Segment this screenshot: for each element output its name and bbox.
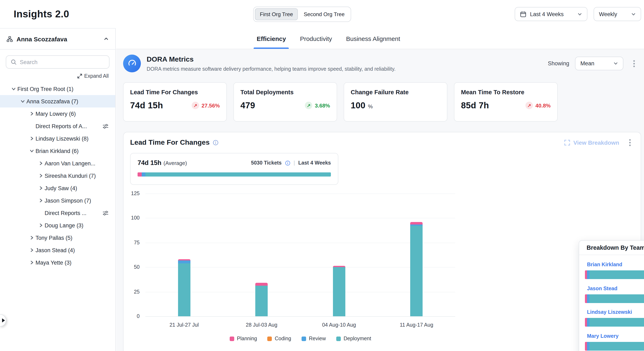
y-axis-tick-label: 75: [134, 240, 140, 246]
chevron-down-icon[interactable]: [28, 149, 36, 153]
chevron-right-icon[interactable]: [37, 223, 44, 227]
bar-segment-review: [178, 260, 190, 263]
filter-icon[interactable]: [102, 123, 109, 129]
phase-segment-planning: [585, 294, 587, 303]
expand-corners-icon: [564, 140, 570, 146]
tree-item-label: Lindsay Liszewski (8): [36, 135, 88, 142]
lead-time-title: Lead Time For Changes: [130, 139, 219, 147]
dora-subtitle: DORA metrics measure software delivery p…: [147, 66, 396, 72]
legend-label: Coding: [275, 336, 291, 341]
metric-title: Lead Time For Changes: [130, 89, 220, 96]
phase-distribution-bar: [138, 172, 331, 177]
lead-time-title-text: Lead Time For Changes: [130, 139, 210, 147]
chevron-down-icon: [614, 61, 618, 66]
main-tabs: EfficiencyProductivityBusiness Alignment: [116, 28, 644, 49]
org-tree-option-first-org-tree[interactable]: First Org Tree: [255, 8, 298, 20]
tab-business-alignment[interactable]: Business Alignment: [346, 28, 401, 49]
dora-text: DORA Metrics DORA metrics measure softwa…: [147, 55, 396, 72]
team-link[interactable]: Mary Lowery: [587, 333, 618, 339]
metric-delta-value: 40.8%: [535, 102, 551, 109]
granularity-select[interactable]: Weekly: [594, 7, 641, 21]
tree-item-maya-yette-3[interactable]: Maya Yette (3): [0, 256, 115, 269]
chevron-right-icon[interactable]: [28, 236, 36, 240]
phase-segment-review: [142, 172, 146, 177]
tree-item-jason-stead-4[interactable]: Jason Stead (4): [0, 244, 115, 256]
chevron-right-icon[interactable]: [28, 112, 36, 116]
chevron-right-icon[interactable]: [37, 186, 44, 190]
phase-segment-deployment: [589, 270, 644, 279]
lead-time-menu-kebab-icon[interactable]: [626, 139, 634, 146]
trend-up-arrow-icon: ↗: [192, 102, 199, 109]
team-phase-bar: 74d 15h: [585, 270, 644, 279]
team-link[interactable]: Brian Kirkland: [587, 262, 622, 267]
legend-label: Deployment: [344, 336, 371, 341]
tree-item-direct-reports[interactable]: Direct Reports ...: [0, 207, 115, 219]
search-input[interactable]: [20, 59, 104, 65]
tree-item-direct-reports-of-a[interactable]: Direct Reports of A...: [0, 120, 115, 132]
team-link[interactable]: Lindsay Liszewski: [587, 309, 632, 315]
chevron-right-icon[interactable]: [28, 248, 36, 252]
dora-menu-kebab-icon[interactable]: [630, 60, 638, 67]
org-chart-icon: [6, 36, 13, 42]
metric-delta: ↗3.68%: [305, 102, 330, 109]
metric-delta-value: 3.68%: [315, 102, 330, 109]
metric-card-mean-time-to-restore: Mean Time To Restore85d 7h↗40.8%: [454, 82, 558, 122]
tree-item-mary-lowery-6[interactable]: Mary Lowery (6): [0, 108, 115, 120]
tree-item-tony-pallas-5[interactable]: Tony Pallas (5): [0, 231, 115, 244]
info-icon[interactable]: [285, 160, 290, 166]
legend-swatch: [267, 336, 272, 341]
legend-swatch: [230, 336, 234, 341]
filter-icon[interactable]: [102, 210, 109, 216]
tree-item-judy-saw-4[interactable]: Judy Saw (4): [0, 182, 115, 194]
tree-item-aaron-van-langen[interactable]: Aaron Van Langen...: [0, 157, 115, 170]
phase-segment-planning: [138, 172, 142, 177]
chevron-right-icon[interactable]: [37, 198, 44, 203]
legend-item-coding: Coding: [267, 336, 291, 341]
chevron-right-icon[interactable]: [28, 136, 36, 141]
info-icon[interactable]: [213, 140, 219, 146]
bar-segment-deployment: [256, 286, 268, 316]
summary-meta: 5030 Tickets | Last 4 Weeks: [251, 160, 331, 166]
chevron-right-icon[interactable]: [37, 161, 44, 165]
tree-item-anna-scozzafava-7[interactable]: Anna Scozzafava (7): [0, 95, 115, 108]
chevron-down-icon[interactable]: [19, 99, 26, 103]
app-header: Insights 2.0 First Org TreeSecond Org Tr…: [0, 0, 644, 28]
tree-item-sireesha-kunduri-7[interactable]: Sireesha Kunduri (7): [0, 170, 115, 182]
sidebar-collapse-chevron[interactable]: [104, 36, 109, 41]
chevron-right-icon[interactable]: [37, 174, 44, 178]
bar-segment-deployment: [410, 226, 423, 316]
tree-item-jason-simpson-7[interactable]: Jason Simpson (7): [0, 194, 115, 207]
tree-item-label: Direct Reports of A...: [36, 123, 87, 129]
granularity-value: Weekly: [599, 11, 617, 17]
y-axis-tick-label: 0: [137, 313, 140, 319]
legend-item-planning: Planning: [230, 336, 257, 341]
phase-segment-planning: [585, 270, 587, 279]
bar-11-aug-17-aug[interactable]: [410, 222, 423, 316]
bar-04-aug-10-aug[interactable]: [333, 266, 345, 316]
date-range-select[interactable]: Last 4 Weeks: [515, 7, 588, 21]
team-link[interactable]: Jason Stead: [587, 285, 617, 291]
metric-card-total-deployments: Total Deployments479↗3.68%: [234, 82, 337, 122]
bar-28-jul-03-aug[interactable]: [256, 283, 268, 316]
chevron-down-icon[interactable]: [10, 87, 17, 91]
tab-productivity[interactable]: Productivity: [300, 28, 332, 49]
metric-cards: Lead Time For Changes74d 15h↗27.56%Total…: [123, 82, 558, 122]
dora-header: DORA Metrics DORA metrics measure softwa…: [123, 55, 638, 72]
phase-segment-planning: [585, 342, 587, 350]
bar-21-jul-27-jul[interactable]: [178, 259, 190, 316]
tree-item-doug-lange-3[interactable]: Doug Lange (3): [0, 219, 115, 231]
tree-item-brian-kirkland-6[interactable]: Brian Kirkland (6): [0, 145, 115, 157]
showing-select[interactable]: Mean: [575, 57, 623, 70]
bar-segment-deployment: [333, 267, 345, 316]
view-breakdown-button[interactable]: View Breakdown: [564, 139, 619, 146]
tree-item-lindsay-liszewski-8[interactable]: Lindsay Liszewski (8): [0, 132, 115, 145]
tree-item-first-org-tree-root-1[interactable]: First Org Tree Root (1): [0, 83, 115, 95]
org-tree-option-second-org-tree[interactable]: Second Org Tree: [299, 8, 350, 20]
y-axis-tick-label: 125: [131, 191, 140, 196]
chevron-right-icon[interactable]: [28, 260, 36, 265]
tree-item-label: First Org Tree Root (1): [17, 86, 74, 92]
chevron-down-icon: [631, 12, 636, 16]
expand-all-button[interactable]: Expand All: [0, 69, 115, 82]
tab-efficiency[interactable]: Efficiency: [256, 28, 286, 49]
tree-item-label: Jason Simpson (7): [44, 197, 91, 204]
